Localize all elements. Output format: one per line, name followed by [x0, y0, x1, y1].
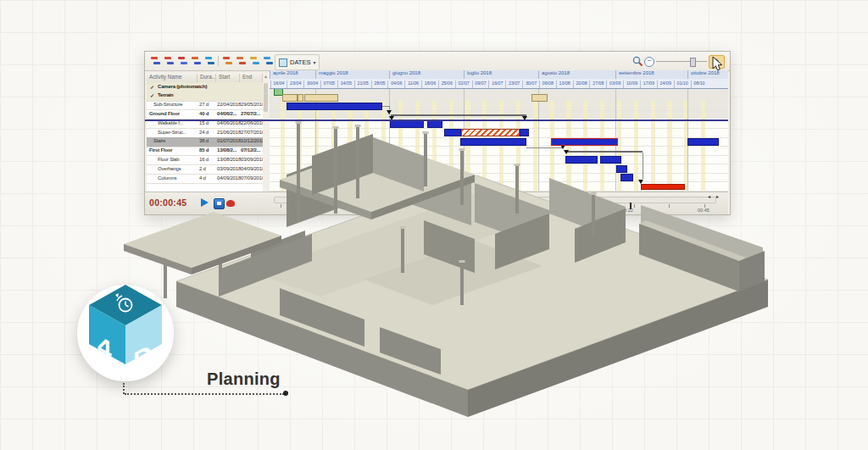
dotted-connector-horizontal: [125, 393, 284, 395]
planning-label: Planning: [207, 369, 281, 389]
screenshot-root: ▾ DATES ▾ − + Activity NameDura...StartE…: [0, 0, 868, 450]
mouse-cursor: [710, 56, 724, 73]
dotted-connector-dot: [283, 391, 288, 396]
4d-cube-logo: 4 D: [0, 0, 868, 450]
